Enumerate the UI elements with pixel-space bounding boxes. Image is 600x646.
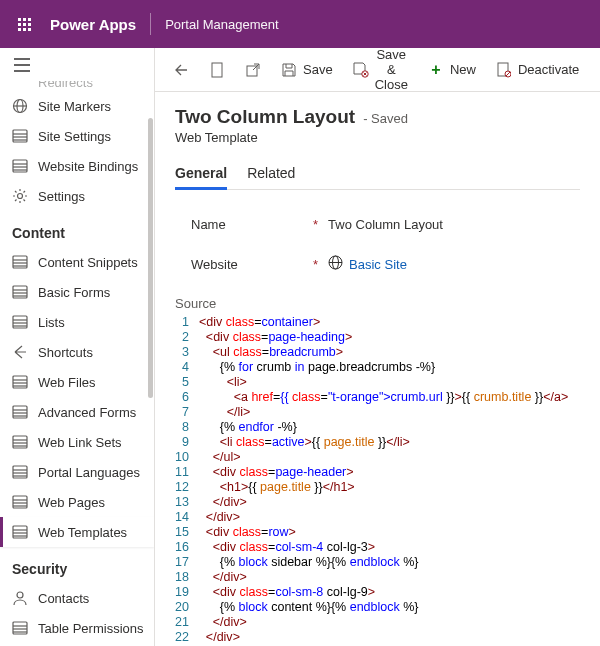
delete-button[interactable] (591, 56, 600, 84)
content-area: Save Save & Close +New Deactivate Two Co… (155, 48, 600, 646)
portal-label: Portal Management (165, 17, 278, 32)
sidebar-item-web-pages[interactable]: Web Pages (0, 487, 154, 517)
tab-general[interactable]: General (175, 159, 227, 189)
plus-icon: + (428, 62, 444, 78)
sidebar-item-shortcuts[interactable]: Shortcuts (0, 337, 154, 367)
topbar-divider (150, 13, 151, 35)
record-status: - Saved (363, 111, 408, 126)
sidebar-item-content-snippets[interactable]: Content Snippets (0, 247, 154, 277)
sidebar-item-site-markers[interactable]: Site Markers (0, 91, 154, 121)
tabs: General Related (175, 159, 580, 190)
website-value[interactable]: Basic Site (349, 257, 407, 272)
save-button[interactable]: Save (273, 56, 341, 84)
brand-label: Power Apps (50, 16, 136, 33)
sidebar-item-settings[interactable]: Settings (0, 181, 154, 211)
section-security: Security (0, 547, 154, 583)
clipboard-button[interactable] (201, 56, 233, 84)
section-content: Content (0, 211, 154, 247)
sidebar-item-web-files[interactable]: Web Files (0, 367, 154, 397)
source-label: Source (175, 296, 580, 311)
record-subtitle: Web Template (175, 130, 580, 145)
sidebar-item-portal-languages[interactable]: Portal Languages (0, 457, 154, 487)
open-icon (245, 62, 261, 78)
sidebar-item-advanced-forms[interactable]: Advanced Forms (0, 397, 154, 427)
sidebar-item-website-bindings[interactable]: Website Bindings (0, 151, 154, 181)
globe-icon (328, 255, 343, 273)
app-launcher-icon[interactable] (8, 8, 40, 40)
save-close-button[interactable]: Save & Close (345, 41, 416, 98)
name-value[interactable]: Two Column Layout (328, 217, 443, 232)
name-label: Name (191, 217, 331, 232)
back-button[interactable] (165, 56, 197, 84)
back-icon (173, 62, 189, 78)
sidebar-item-lists[interactable]: Lists (0, 307, 154, 337)
svg-point-51 (17, 592, 23, 598)
save-icon (281, 62, 297, 78)
record-title: Two Column Layout (175, 106, 355, 128)
sidebar-item-partial[interactable]: Redirects (0, 81, 154, 91)
svg-point-14 (18, 194, 23, 199)
sidebar: Redirects Site MarkersSite SettingsWebsi… (0, 48, 155, 646)
deactivate-icon (496, 62, 512, 78)
sidebar-item-basic-forms[interactable]: Basic Forms (0, 277, 154, 307)
sidebar-item-site-settings[interactable]: Site Settings (0, 121, 154, 151)
required-icon: * (313, 217, 318, 232)
source-editor[interactable]: 1234567891011121314151617181920212223 <d… (175, 315, 580, 646)
sidebar-scrollbar[interactable] (148, 118, 153, 398)
tab-related[interactable]: Related (247, 159, 295, 189)
required-icon: * (313, 257, 318, 272)
app-topbar: Power Apps Portal Management (0, 0, 600, 48)
command-bar: Save Save & Close +New Deactivate (155, 48, 600, 92)
deactivate-button[interactable]: Deactivate (488, 56, 587, 84)
svg-rect-60 (212, 63, 222, 77)
open-new-button[interactable] (237, 56, 269, 84)
sidebar-item-web-templates[interactable]: Web Templates (0, 517, 154, 547)
sidebar-item-table-permissions[interactable]: Table Permissions (0, 613, 154, 643)
sidebar-item-web-link-sets[interactable]: Web Link Sets (0, 427, 154, 457)
new-button[interactable]: +New (420, 56, 484, 84)
save-close-icon (353, 62, 369, 78)
sidebar-item-contacts[interactable]: Contacts (0, 583, 154, 613)
sidebar-toggle[interactable] (0, 48, 154, 81)
website-label: Website (191, 257, 331, 272)
clipboard-icon (209, 62, 225, 78)
